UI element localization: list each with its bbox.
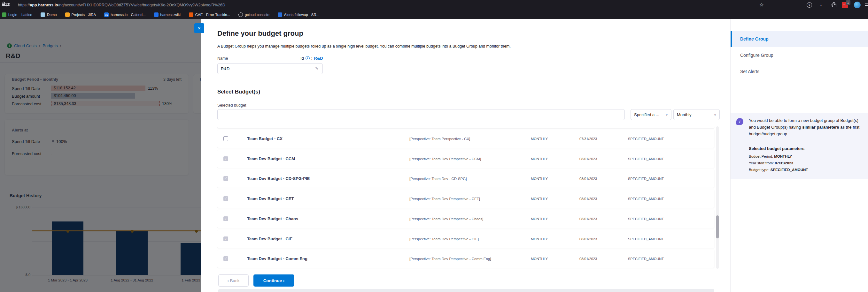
bookmark-favicon [2,12,6,17]
budget-start-date: 08/01/2023 [580,197,597,201]
password-manager-icon[interactable]: ···1 [842,2,848,8]
bookmarks-bar: Login – Lattice Domo Projects - JIRA 31 … [2,11,319,19]
id-separator: : [311,56,313,61]
edit-icon[interactable]: ✎ [315,66,319,71]
list-scrollbar[interactable] [716,126,719,269]
step-define-group[interactable]: Define Group [731,31,868,47]
params-title: Selected budget parameters [749,146,804,151]
param-budget-period: Budget Period: MONTHLY [749,154,792,158]
budget-checkbox[interactable]: ✓ [223,216,228,221]
info-panel: i You would be able to form a new budget… [731,113,868,179]
modal-description: A Budget Group helps you manage multiple… [217,44,511,48]
budget-perspective: [Perspective: Team Dev Perspective - Cha… [409,217,483,221]
budget-name: Team Budget - CX [247,136,282,141]
budget-type: SPECIFIED_AMOUNT [628,157,664,161]
param-year-start: Year start from: 07/31/2023 [749,161,793,165]
download-icon[interactable]: ↓ [818,2,824,7]
name-label: Name [217,56,228,61]
step-set-alerts[interactable]: Set Alerts [731,64,868,80]
budget-checkbox[interactable]: ✓ [223,236,228,241]
bookmark-item[interactable]: Login – Lattice [2,12,32,17]
budget-row[interactable]: ✓ Team Dev Budget - Chaos [Perspective: … [217,210,714,228]
wizard-panel: Define Group Configure Group Set Alerts … [730,19,868,292]
id-value: R&D [314,56,323,61]
budget-row[interactable]: ✓ Team Dev Budget - CIE [Perspective: Te… [217,230,714,248]
extensions-icon[interactable] [830,2,837,8]
menu-icon[interactable] [865,3,868,8]
budget-period: MONTHLY [531,137,548,141]
bookmark-favicon [189,12,193,17]
budget-period: MONTHLY [531,177,548,181]
bookmark-favicon [278,12,282,17]
budget-period: MONTHLY [531,257,548,261]
name-input[interactable] [217,63,323,74]
hint-icon: i [736,118,743,125]
bookmark-favicon [65,12,70,17]
budget-type: SPECIFIED_AMOUNT [628,237,664,241]
bookmark-item[interactable]: Projects - JIRA [65,12,96,17]
budget-perspective: [Perspective: Team Dev Perspective - Com… [409,257,491,261]
url-text: https://app.harness.io/ng/account/wFHXHD… [18,3,225,7]
bookmark-favicon [154,12,158,17]
budget-name: Team Dev Budget - CIE [247,236,292,241]
bookmark-label: Domo [47,13,57,16]
budget-row[interactable]: ✓ Team Dev Budget - CET [Perspective: Te… [217,189,714,208]
bookmark-favicon: 31 [104,12,108,17]
browser-chrome: https://app.harness.io/ng/account/wFHXHD… [0,0,868,19]
budget-row[interactable]: ✓ Team Dev Budget - Comm Eng [Perspectiv… [217,250,714,268]
budget-name: Team Dev Budget - Chaos [247,216,298,221]
info-text: You would be able to form a new budget g… [749,117,861,137]
continue-button[interactable]: Continue › [253,275,294,287]
budget-period: MONTHLY [531,217,548,221]
bookmark-label: Login – Lattice [8,13,32,16]
partial-row [217,126,714,128]
budget-name: Team Dev Budget - CD-SPG-PIE [247,176,310,181]
budget-checkbox[interactable]: ✓ [223,196,228,201]
budget-row[interactable]: ✓ Team Dev Budget - CD-SPG-PIE [Perspect… [217,170,714,188]
bookmark-label: Projects - JIRA [71,13,96,16]
budget-perspective: [Perspective: Team Dev Perspective - CET… [409,197,480,201]
budget-type: SPECIFIED_AMOUNT [628,197,664,201]
chevron-down-icon: ∨ [714,113,716,116]
budget-perspective: [Perspective: Team Dev Perspective - CCM… [409,157,481,161]
bookmark-item[interactable]: harness wiki [154,12,181,17]
budget-checkbox[interactable] [223,136,228,141]
scrollbar-thumb[interactable] [716,215,719,239]
bookmark-item[interactable]: 31 harness.io - Calend... [104,12,146,17]
selected-budget-input[interactable] [217,109,625,120]
back-button[interactable]: ‹ Back [218,275,249,287]
budget-period: MONTHLY [531,237,548,241]
bookmark-label: harness.io - Calend... [111,13,146,16]
budget-name: Team Dev Budget - Comm Eng [247,256,307,261]
bookmark-label: gcloud console [245,13,270,16]
budget-period: MONTHLY [531,157,548,161]
profile-avatar[interactable] [854,2,861,8]
tracking-protection-icon[interactable] [5,3,12,7]
period-filter-dropdown[interactable]: Monthly∨ [673,109,720,120]
modal-title: Define your budget group [217,29,303,38]
budget-type-filter-dropdown[interactable]: Specified a ...∨ [630,109,672,120]
bookmark-label: Alerts followup - SR... [284,13,319,16]
budget-checkbox[interactable]: ✓ [223,256,228,261]
url-bar-row: https://app.harness.io/ng/account/wFHXHD… [0,0,868,10]
budget-perspective: [Perspective: Team Dev - CD-SPG] [409,177,467,181]
close-icon[interactable]: × [194,23,204,33]
pocket-icon[interactable]: ∨ [807,2,812,8]
bookmark-item[interactable]: gcloud console [239,12,270,17]
budget-checkbox[interactable]: ✓ [223,156,228,161]
info-icon[interactable]: i [306,56,310,60]
budget-start-date: 08/01/2023 [580,237,597,241]
address-bar[interactable]: https://app.harness.io/ng/account/wFHXHD… [12,1,756,9]
budget-row[interactable]: Team Budget - CX [Perspective: Team Pers… [217,130,714,148]
budget-start-date: 08/01/2023 [580,157,597,161]
bookmark-item[interactable]: Alerts followup - SR... [278,12,319,17]
bookmark-item[interactable]: CAE - Error Trackin... [189,12,230,17]
bookmark-favicon [40,12,45,17]
budget-row[interactable]: ✓ Team Dev Budget - CCM [Perspective: Te… [217,150,714,168]
period-filter-value: Monthly [677,112,691,117]
bookmark-favicon [239,12,243,17]
budget-checkbox[interactable]: ✓ [223,176,228,181]
bookmark-star-icon[interactable]: ☆ [758,2,765,8]
step-configure-group[interactable]: Configure Group [731,47,868,64]
bookmark-item[interactable]: Domo [40,12,57,17]
